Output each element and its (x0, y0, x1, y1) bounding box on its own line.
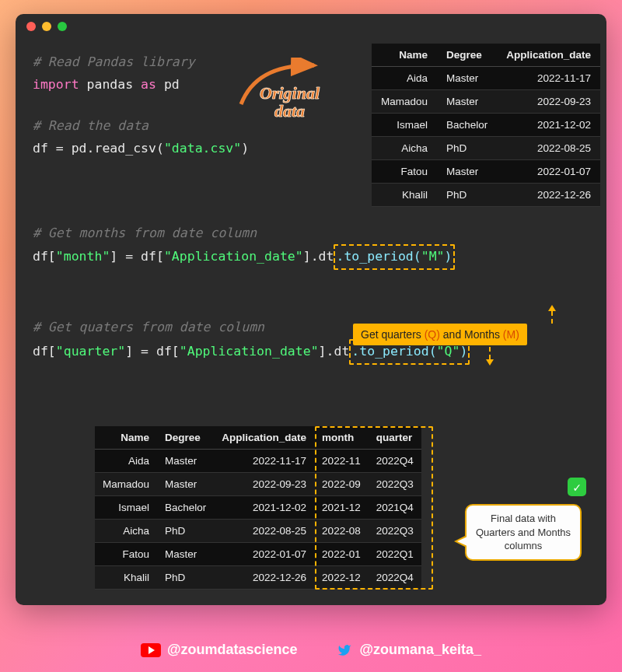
table-row: FatouMaster2022-01-07 (372, 160, 600, 184)
final-data-callout: Final data with Quarters and Months colu… (465, 504, 582, 561)
table-row: MamadouMaster2022-09-23 (372, 90, 600, 114)
arrow-up-icon (544, 305, 560, 324)
table-header: Name (95, 426, 157, 450)
module-name: pandas (87, 77, 134, 92)
window-close-icon[interactable] (26, 22, 36, 31)
table-row: IsmaelBachelor2021-12-02 (372, 114, 600, 137)
final-data-table: NameDegreeApplication_datemonthquarterAi… (95, 426, 421, 590)
table-header: Name (372, 44, 437, 67)
table-row: IsmaelBachelor2021-12-022021-122021Q4 (95, 496, 421, 520)
original-data-label: Original data (260, 84, 320, 120)
table-row: MamadouMaster2022-09-232022-092022Q3 (95, 473, 421, 496)
window-minimize-icon[interactable] (42, 22, 51, 31)
twitter-icon (336, 643, 353, 657)
arrow-down-icon (482, 347, 498, 366)
table-header: Degree (157, 426, 214, 450)
youtube-icon (141, 643, 161, 657)
table-header: month (314, 426, 369, 450)
alias-name: pd (164, 77, 180, 92)
code-line-month: df["month"] = df["Application_date"].dt.… (33, 244, 589, 270)
table-row: AichaPhD2022-08-252022-082022Q3 (95, 520, 421, 543)
youtube-handle: @zoumdatascience (167, 642, 298, 658)
table-header: Degree (437, 44, 497, 67)
table-row: AichaPhD2022-08-25 (372, 137, 600, 160)
twitter-handle: @zoumana_keita_ (359, 642, 481, 658)
table-header: quarter (369, 426, 421, 450)
keyword-as: as (141, 77, 156, 92)
original-data-table: NameDegreeApplication_dateAidaMaster2022… (372, 44, 600, 207)
twitter-link[interactable]: @zoumana_keita_ (336, 642, 481, 658)
code-comment: # Get months from date column (33, 222, 589, 245)
checkmark-icon: ✓ (568, 478, 586, 496)
tip-callout: Get quarters (Q) and Months (M) (353, 324, 527, 345)
window-titlebar (16, 14, 606, 39)
table-row: AidaMaster2022-11-17 (372, 67, 600, 90)
footer-socials: @zoumdatascience @zoumana_keita_ (0, 642, 622, 658)
youtube-link[interactable]: @zoumdatascience (141, 642, 298, 658)
table-row: KhalilPhD2022-12-262022-122022Q4 (95, 566, 421, 590)
table-row: FatouMaster2022-01-072022-012022Q1 (95, 543, 421, 566)
keyword-import: import (33, 77, 79, 92)
highlight-to-period-m: .to_period("M") (334, 244, 454, 270)
table-row: AidaMaster2022-11-172022-112022Q4 (95, 450, 421, 473)
table-header: Application_date (497, 44, 600, 67)
window-zoom-icon[interactable] (58, 22, 67, 31)
table-row: KhalilPhD2022-12-26 (372, 184, 600, 207)
table-header: Application_date (214, 426, 314, 450)
